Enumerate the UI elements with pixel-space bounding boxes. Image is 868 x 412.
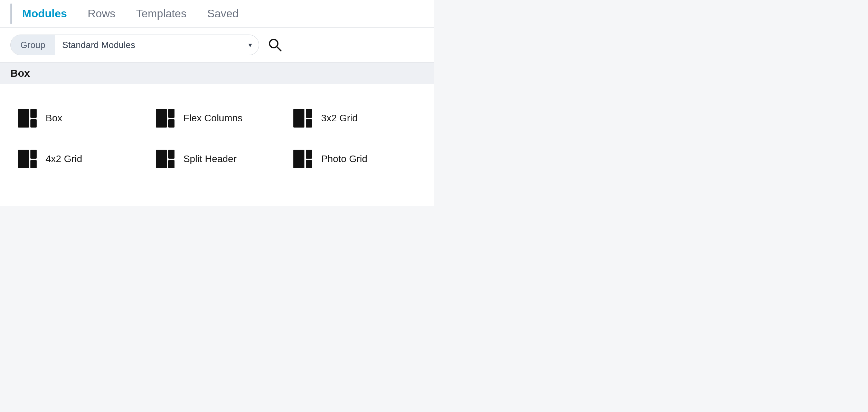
svg-rect-9: [306, 109, 312, 118]
3x2-grid-module-icon: [293, 108, 313, 128]
module-item-4x2-grid[interactable]: 4x2 Grid: [10, 139, 148, 179]
svg-rect-14: [156, 150, 167, 168]
4x2-grid-module-icon: [17, 149, 37, 169]
module-label-split-header: Split Header: [183, 153, 237, 165]
svg-rect-3: [30, 109, 37, 118]
svg-rect-2: [18, 109, 29, 128]
group-label: Group: [11, 35, 55, 55]
svg-rect-4: [30, 119, 37, 128]
svg-rect-6: [168, 109, 174, 118]
svg-rect-7: [168, 119, 174, 128]
search-button[interactable]: [265, 35, 285, 55]
module-item-photo-grid[interactable]: Photo Grid: [286, 139, 424, 179]
module-label-photo-grid: Photo Grid: [321, 153, 367, 165]
svg-rect-12: [30, 150, 37, 159]
search-icon: [268, 38, 282, 52]
svg-rect-16: [168, 160, 174, 168]
svg-rect-18: [306, 150, 312, 159]
box-module-icon: [17, 108, 37, 128]
section-title: Box: [10, 67, 30, 79]
split-header-module-icon: [155, 149, 175, 169]
module-label-3x2-grid: 3x2 Grid: [321, 113, 358, 124]
nav-divider: [10, 3, 12, 24]
module-label-4x2-grid: 4x2 Grid: [46, 153, 82, 165]
dropdown-current-value: Standard Modules: [62, 40, 135, 50]
module-item-3x2-grid[interactable]: 3x2 Grid: [286, 98, 424, 139]
module-grid: Box Flex Columns 3x2 Grid: [0, 84, 434, 193]
module-item-flex-columns[interactable]: Flex Columns: [148, 98, 286, 139]
svg-rect-8: [293, 109, 304, 128]
svg-rect-17: [293, 150, 304, 168]
group-dropdown[interactable]: Group Standard Modules ▾: [10, 35, 259, 55]
section-header: Box: [0, 62, 434, 84]
module-item-box[interactable]: Box: [10, 98, 148, 139]
dropdown-select[interactable]: Standard Modules ▾: [55, 40, 259, 50]
chevron-down-icon: ▾: [248, 41, 252, 49]
tab-saved[interactable]: Saved: [207, 4, 239, 23]
main-panel: Modules Rows Templates Saved Group Stand…: [0, 0, 434, 206]
module-label-box: Box: [46, 113, 62, 124]
module-item-split-header[interactable]: Split Header: [148, 139, 286, 179]
nav-tabs: Modules Rows Templates Saved: [0, 0, 434, 28]
svg-line-1: [277, 47, 281, 51]
filter-row: Group Standard Modules ▾: [0, 28, 434, 62]
flex-columns-module-icon: [155, 108, 175, 128]
svg-rect-10: [306, 119, 312, 128]
tab-templates[interactable]: Templates: [136, 4, 187, 23]
photo-grid-module-icon: [293, 149, 313, 169]
svg-rect-13: [30, 160, 37, 168]
module-label-flex-columns: Flex Columns: [183, 113, 243, 124]
svg-rect-11: [18, 150, 29, 168]
tab-modules[interactable]: Modules: [22, 4, 67, 23]
svg-rect-15: [168, 150, 174, 159]
svg-rect-5: [156, 109, 167, 128]
tab-rows[interactable]: Rows: [88, 4, 115, 23]
svg-rect-19: [306, 160, 312, 168]
